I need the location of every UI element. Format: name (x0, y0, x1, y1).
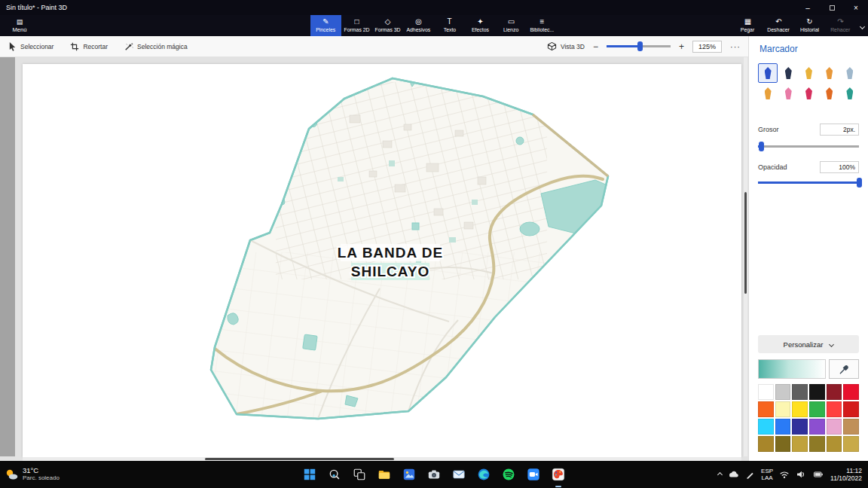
brush-spray-can[interactable] (820, 84, 839, 103)
paste-button[interactable]: ▦ Pegar (732, 15, 763, 36)
paste-icon: ▦ (744, 18, 751, 26)
brush-fill[interactable] (840, 84, 860, 103)
wifi-icon[interactable] (779, 469, 790, 480)
vertical-scrollbar[interactable] (744, 57, 747, 456)
grosor-slider[interactable] (758, 142, 859, 151)
palette-color[interactable] (792, 436, 808, 452)
windows-ink-pen-icon[interactable] (745, 470, 755, 480)
current-color-swatch[interactable] (758, 359, 826, 379)
crop-label: Recortar (83, 43, 108, 50)
photos-button[interactable] (399, 465, 419, 484)
palette-color[interactable] (809, 419, 825, 435)
palette-color[interactable] (843, 401, 859, 417)
tab-efectos[interactable]: ✦ Efectos (465, 15, 496, 36)
grosor-label: Grosor (758, 126, 779, 133)
brush-calligraphy-pen[interactable] (778, 63, 798, 83)
canvas-area: ‹ (0, 57, 748, 461)
grosor-slider-thumb[interactable] (759, 142, 764, 151)
start-button[interactable] (300, 465, 319, 484)
tab-adhesivos[interactable]: ◎ Adhesivos (403, 15, 434, 36)
palette-color[interactable] (827, 384, 842, 400)
brush-marker[interactable] (758, 63, 778, 83)
battery-icon[interactable] (812, 469, 824, 480)
volume-icon[interactable] (796, 469, 806, 480)
brush-eraser[interactable] (778, 84, 798, 103)
drawing-canvas[interactable]: LA BANDA DE SHILCAYO (23, 64, 741, 457)
tab-formas-2d[interactable]: □ Formas 2D (341, 15, 372, 36)
opacidad-value-input[interactable]: 100% (820, 161, 859, 173)
tab-lienzo[interactable]: ▭ Lienzo (496, 15, 527, 36)
palette-color[interactable] (827, 401, 842, 417)
clock-widget[interactable]: 11:12 11/10/2022 (830, 467, 862, 482)
crayon-icon (805, 87, 812, 99)
task-view-button[interactable] (350, 465, 369, 484)
palette-color[interactable] (809, 401, 825, 417)
zoom-slider[interactable] (607, 41, 671, 51)
brush-pencil[interactable] (758, 84, 778, 103)
language-indicator[interactable]: ESP LAA (761, 468, 773, 481)
brush-crayon[interactable] (799, 84, 818, 103)
tab-biblioteca[interactable]: ≡ Bibliotec... (527, 15, 558, 36)
file-explorer-button[interactable] (374, 465, 394, 484)
zoom-in-button[interactable]: + (679, 41, 684, 52)
brush-oil-brush[interactable] (799, 63, 818, 83)
select-button[interactable]: Seleccionar (0, 36, 62, 56)
paint-3d-icon (552, 468, 565, 481)
palette-color[interactable] (843, 419, 859, 435)
personalizar-dropdown[interactable]: Personalizar (758, 335, 859, 353)
palette-color[interactable] (775, 384, 791, 400)
palette-color[interactable] (758, 436, 774, 452)
weather-widget[interactable]: 31°C Parc. soleado (5, 461, 60, 488)
palette-color[interactable] (758, 384, 774, 400)
more-options-button[interactable]: ··· (730, 44, 741, 50)
horizontal-scrollbar-thumb[interactable] (205, 458, 394, 460)
zoom-out-button[interactable]: − (593, 41, 598, 52)
menu-button[interactable]: ▤ Menú (5, 15, 35, 36)
search-button[interactable] (325, 465, 344, 484)
grosor-value-input[interactable]: 2px. (820, 124, 859, 136)
undo-button[interactable]: ↶ Deshacer (763, 15, 794, 36)
palette-color[interactable] (775, 401, 791, 417)
zoom-slider-thumb[interactable] (637, 41, 643, 51)
palette-color[interactable] (843, 436, 859, 452)
minimize-button[interactable]: – (796, 0, 820, 15)
palette-color[interactable] (758, 419, 774, 435)
history-button[interactable]: ↻ Historial (794, 15, 825, 36)
zoom-button[interactable] (524, 465, 543, 484)
palette-color[interactable] (809, 384, 825, 400)
palette-color[interactable] (792, 419, 808, 435)
palette-color[interactable] (827, 419, 842, 435)
edge-button[interactable] (474, 465, 494, 484)
redo-button[interactable]: ↷ Rehacer (825, 15, 856, 36)
palette-color[interactable] (792, 401, 808, 417)
palette-color[interactable] (758, 401, 774, 417)
vista-3d-button[interactable]: Vista 3D (547, 41, 585, 51)
palette-color[interactable] (775, 436, 791, 452)
palette-color[interactable] (792, 384, 808, 400)
camera-button[interactable] (424, 465, 444, 484)
tab-pinceles[interactable]: ✎ Pinceles (310, 15, 341, 36)
maximize-button[interactable] (820, 0, 844, 15)
mail-button[interactable] (449, 465, 469, 484)
brush-watercolor[interactable] (820, 63, 839, 83)
opacidad-slider-thumb[interactable] (857, 178, 862, 188)
close-button[interactable]: × (844, 0, 868, 15)
palette-color[interactable] (827, 436, 842, 452)
palette-color[interactable] (809, 436, 825, 452)
palette-color[interactable] (775, 419, 791, 435)
eyedropper-button[interactable] (829, 359, 859, 379)
brush-pixel-pen[interactable] (840, 63, 860, 83)
crop-button[interactable]: Recortar (62, 36, 116, 56)
collapse-ribbon-button[interactable] (857, 22, 866, 31)
vertical-scrollbar-thumb[interactable] (744, 192, 747, 294)
opacidad-slider[interactable] (758, 178, 859, 188)
palette-color[interactable] (843, 384, 859, 400)
zoom-level-field[interactable]: 125% (692, 41, 722, 53)
tab-formas-3d[interactable]: ◇ Formas 3D (372, 15, 403, 36)
tray-expand-button[interactable] (717, 471, 723, 477)
tab-texto[interactable]: T Texto (434, 15, 465, 36)
onedrive-cloud-icon[interactable] (728, 469, 739, 480)
spotify-button[interactable] (499, 465, 518, 484)
paint-3d-button[interactable] (549, 465, 568, 484)
magic-select-button[interactable]: Selección mágica (116, 36, 196, 56)
